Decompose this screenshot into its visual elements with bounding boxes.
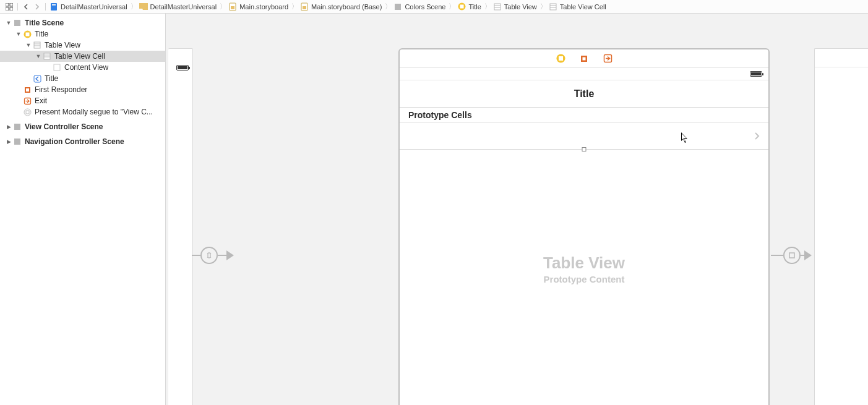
table-view-cell[interactable]: [400, 122, 768, 150]
chevron-right-icon: 〉: [539, 2, 548, 11]
svg-rect-23: [34, 42, 40, 48]
exit-icon: [22, 96, 32, 106]
outline-label: Title: [45, 74, 58, 83]
placeholder-subtitle: Prototype Content: [400, 274, 768, 284]
exit-icon[interactable]: [603, 54, 612, 64]
document-outline[interactable]: ▼ Title Scene ▼ Title ▼ Table View ▼ Tab…: [0, 14, 166, 405]
storyboard-canvas[interactable]: Title Prototype Cells Table View Prototy…: [166, 14, 868, 405]
outline-exit[interactable]: Exit: [0, 95, 165, 106]
disclosure-triangle-icon[interactable]: ▶: [5, 124, 12, 130]
outline-label: Present Modally segue to "View C...: [35, 108, 153, 116]
svg-rect-5: [52, 4, 56, 5]
crumb-tableview[interactable]: Table View: [492, 1, 539, 13]
viewcontroller-icon[interactable]: [556, 54, 565, 64]
crumb-label: Main.storyboard (Base): [311, 3, 382, 11]
arrowhead-icon: [226, 250, 234, 260]
view-icon: [52, 62, 62, 72]
arrowhead-icon: [804, 250, 812, 260]
segue-line: [218, 255, 226, 256]
folder-icon: [139, 2, 148, 11]
scene-dock: [400, 49, 768, 68]
svg-rect-20: [14, 20, 20, 26]
outline-nav-scene[interactable]: ▶ Navigation Controller Scene: [0, 136, 165, 147]
crumb-label: Table View: [504, 3, 537, 11]
chevron-right-icon: 〉: [130, 2, 138, 11]
chevron-right-icon: 〉: [484, 2, 492, 11]
chevron-right-icon: 〉: [384, 2, 392, 11]
outline-label: First Responder: [35, 85, 87, 94]
svg-rect-8: [231, 6, 234, 9]
title-scene-frame[interactable]: Title Prototype Cells Table View Prototy…: [398, 48, 770, 405]
battery-icon: [750, 71, 762, 77]
crumb-storyboard-base[interactable]: Main.storyboard (Base): [299, 1, 384, 13]
first-responder-icon[interactable]: [579, 54, 589, 64]
navitem-icon: [32, 74, 42, 83]
disclosure-triangle-icon[interactable]: ▼: [35, 53, 42, 59]
svg-rect-14: [494, 4, 501, 10]
outline-segue[interactable]: Present Modally segue to "View C...: [0, 106, 165, 117]
svg-rect-13: [460, 5, 463, 9]
svg-rect-26: [44, 53, 50, 59]
outline-content-view[interactable]: Content View: [0, 62, 165, 73]
crumb-project[interactable]: DetailMasterUniversal: [48, 1, 130, 13]
disclosure-triangle-icon[interactable]: ▼: [25, 42, 32, 48]
crumb-label: Title: [468, 3, 481, 11]
svg-rect-17: [550, 4, 556, 10]
svg-rect-37: [14, 124, 20, 130]
disclosure-triangle-icon[interactable]: ▼: [15, 31, 22, 37]
outline-label: Table View: [45, 41, 80, 49]
disclosure-triangle-icon[interactable]: ▶: [5, 139, 12, 145]
viewcontroller-icon: [22, 29, 32, 39]
outline-first-responder[interactable]: First Responder: [0, 84, 165, 95]
navigation-bar[interactable]: Title: [400, 80, 768, 108]
svg-rect-4: [51, 3, 57, 11]
svg-rect-1: [10, 3, 13, 6]
cell-icon: [42, 51, 52, 61]
tableview-icon: [493, 2, 502, 11]
scene-icon: [12, 18, 22, 28]
disclosure-indicator-icon: [754, 132, 760, 140]
segue-arrow-left[interactable]: [192, 247, 234, 264]
crumb-scene[interactable]: Colors Scene: [392, 1, 448, 13]
outline-title-scene[interactable]: ▼ Title Scene: [0, 17, 165, 28]
svg-rect-6: [52, 6, 56, 6]
crumb-storyboard-file[interactable]: Main.storyboard: [227, 1, 291, 13]
segue-line: [771, 255, 783, 256]
outline-label: Title Scene: [25, 19, 64, 27]
resize-handle[interactable]: [582, 147, 587, 151]
crumb-cell[interactable]: Table View Cell: [548, 1, 609, 13]
storyboard-file-icon: [228, 2, 237, 11]
prototype-cells-label: Prototype Cells: [408, 110, 472, 120]
nav-back-button[interactable]: [20, 2, 32, 12]
placeholder-title: Table View: [400, 254, 768, 273]
nav-title: Title: [574, 88, 595, 100]
scene-dock: View Controller: [815, 49, 868, 67]
nav-forward-button[interactable]: [32, 2, 43, 12]
outline-navitem[interactable]: Title: [0, 73, 165, 84]
storyboard-base-icon: [300, 2, 309, 11]
segue-kind-icon: [200, 247, 218, 264]
svg-rect-2: [6, 7, 9, 11]
related-items-icon[interactable]: [4, 2, 15, 12]
right-adjacent-scene[interactable]: View Controller: [814, 48, 868, 405]
status-bar: [400, 68, 768, 80]
svg-rect-29: [54, 64, 60, 70]
outline-title-vc[interactable]: ▼ Title: [0, 28, 165, 40]
svg-rect-11: [395, 4, 401, 10]
segue-line: [192, 255, 200, 256]
crumb-viewcontroller[interactable]: Title: [456, 1, 483, 13]
disclosure-triangle-icon[interactable]: ▼: [5, 20, 12, 26]
segue-arrow-right[interactable]: [771, 247, 812, 264]
outline-label: Title: [35, 30, 48, 38]
first-responder-icon: [22, 85, 32, 95]
outline-vc-scene[interactable]: ▶ View Controller Scene: [0, 121, 165, 132]
left-adjacent-scene[interactable]: [168, 48, 193, 405]
crumb-folder[interactable]: DetailMasterUniversal: [138, 1, 220, 13]
chevron-right-icon: 〉: [448, 2, 456, 11]
outline-tableview[interactable]: ▼ Table View: [0, 40, 165, 51]
scene-icon: [12, 122, 22, 132]
project-icon: [49, 2, 58, 11]
outline-tableview-cell[interactable]: ▼ Table View Cell: [0, 51, 165, 62]
tableview-placeholder: Table View Prototype Content: [400, 254, 768, 284]
svg-rect-42: [583, 57, 586, 60]
